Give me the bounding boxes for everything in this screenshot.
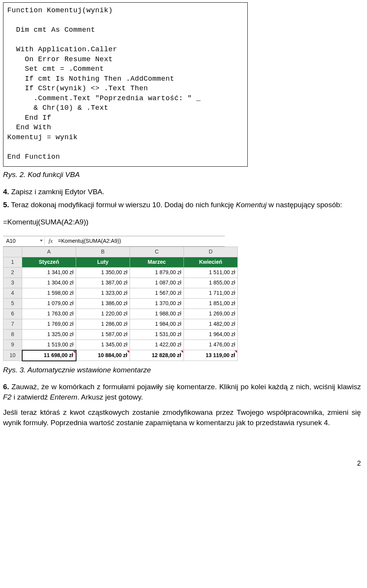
step-6: 6. Zauważ, że w komórkach z formułami po… [3,382,361,402]
cell[interactable]: 1 370,00 zł [130,298,184,309]
cell[interactable]: 1 269,00 zł [184,309,238,319]
cell[interactable]: 1 763,00 zł [22,309,76,319]
cell[interactable]: 1 304,00 zł [22,278,76,288]
cell[interactable]: 1 350,00 zł [76,267,130,278]
row-header[interactable]: 7 [3,319,22,329]
cell[interactable]: 1 587,00 zł [76,329,130,339]
step-5-funcname: Komentuj [236,201,266,209]
cell[interactable]: 1 323,00 zł [76,288,130,298]
cell[interactable]: Marzec [130,257,184,267]
fx-label[interactable]: fx [45,237,57,245]
cell[interactable]: 1 482,00 zł [184,319,238,329]
select-all-corner[interactable] [3,247,22,257]
col-header[interactable]: D [184,247,238,257]
step-6-key-enter: Enterem [50,393,78,401]
col-header[interactable]: C [130,247,184,257]
step-6-p1: Zauważ, że w komórkach z formułami pojaw… [9,383,361,391]
spreadsheet-grid[interactable]: A B C D 1 Styczeń Luty Marzec Kwiecień 2… [3,247,238,361]
cell[interactable]: 1 220,00 zł [76,309,130,319]
cell[interactable]: 1 711,00 zł [184,288,238,298]
cell[interactable]: 1 567,00 zł [130,288,184,298]
cell[interactable]: 1 345,00 zł [76,339,130,350]
cell[interactable]: 1 422,00 zł [130,339,184,350]
cell[interactable]: 1 079,00 zł [22,298,76,309]
formula-bar-value[interactable]: =Komentuj(SUMA(A2:A9)) [57,237,121,245]
cell[interactable]: 1 386,00 zł [76,298,130,309]
cell[interactable]: 1 984,00 zł [130,319,184,329]
cell[interactable]: Styczeń [22,257,76,267]
name-box[interactable]: A10 [3,237,45,245]
row-header[interactable]: 5 [3,298,22,309]
col-header[interactable]: A [22,247,76,257]
cell[interactable]: Kwiecień [184,257,238,267]
step-6-p3: . Arkusz jest gotowy. [77,393,143,401]
step-4-number: 4. [3,188,9,196]
step-6-number: 6. [3,383,9,391]
spreadsheet-screenshot: A10 fx =Komentuj(SUMA(A2:A9)) A B C D 1 … [3,236,361,361]
figure-3-caption: Rys. 3. Automatycznie wstawione komentar… [3,365,361,375]
row-header[interactable]: 4 [3,288,22,298]
cell[interactable]: Luty [76,257,130,267]
step-4: 4. Zapisz i zamknij Edytor VBA. [3,187,361,197]
row-header[interactable]: 6 [3,309,22,319]
sum-cell-selected[interactable]: 11 698,00 zł [22,350,76,361]
cell[interactable]: 1 476,00 zł [184,339,238,350]
cell[interactable]: 1 598,00 zł [22,288,76,298]
cell[interactable]: 1 519,00 zł [22,339,76,350]
closing-paragraph: Jeśli teraz któraś z kwot cząstkowych zo… [3,408,361,428]
step-5-before: Teraz dokonaj modyfikacji formuł w wiers… [9,201,236,209]
cell[interactable]: 1 325,00 zł [22,329,76,339]
formula-bar: A10 fx =Komentuj(SUMA(A2:A9)) [3,236,225,247]
row-header[interactable]: 9 [3,339,22,350]
step-5-number: 5. [3,201,9,209]
row-header[interactable]: 8 [3,329,22,339]
cell[interactable]: 1 511,00 zł [184,267,238,278]
cell[interactable]: 1 988,00 zł [130,309,184,319]
cell[interactable]: 1 531,00 zł [130,329,184,339]
sum-cell[interactable]: 12 828,00 zł [130,350,184,361]
cell[interactable]: 1 341,00 zł [22,267,76,278]
step-6-key-f2: F2 [3,393,11,401]
cell[interactable]: 1 851,00 zł [184,298,238,309]
vba-code-block: Function Komentuj(wynik) Dim cmt As Comm… [3,2,248,167]
step-4-text: Zapisz i zamknij Edytor VBA. [9,188,104,196]
col-header[interactable]: B [76,247,130,257]
step-5-after: w następujący sposób: [266,201,342,209]
formula-example: =Komentuj(SUMA(A2:A9)) [3,217,361,227]
figure-2-caption: Rys. 2. Kod funkcji VBA [3,170,361,180]
row-header[interactable]: 1 [3,257,22,267]
sum-cell[interactable]: 13 119,00 zł [184,350,238,361]
cell[interactable]: 1 769,00 zł [22,319,76,329]
row-header[interactable]: 10 [3,350,22,361]
cell[interactable]: 1 087,00 zł [130,278,184,288]
sum-cell[interactable]: 10 884,00 zł [76,350,130,361]
cell[interactable]: 1 855,00 zł [184,278,238,288]
cell[interactable]: 1 879,00 zł [130,267,184,278]
cell[interactable]: 1 387,00 zł [76,278,130,288]
cell[interactable]: 1 286,00 zł [76,319,130,329]
step-6-p2: i zatwierdź [11,393,50,401]
dropdown-icon[interactable] [40,240,43,242]
step-5: 5. Teraz dokonaj modyfikacji formuł w wi… [3,200,361,210]
name-box-value: A10 [6,238,16,244]
cell[interactable]: 1 964,00 zł [184,329,238,339]
row-header[interactable]: 3 [3,278,22,288]
page-number: 2 [3,459,361,468]
row-header[interactable]: 2 [3,267,22,278]
